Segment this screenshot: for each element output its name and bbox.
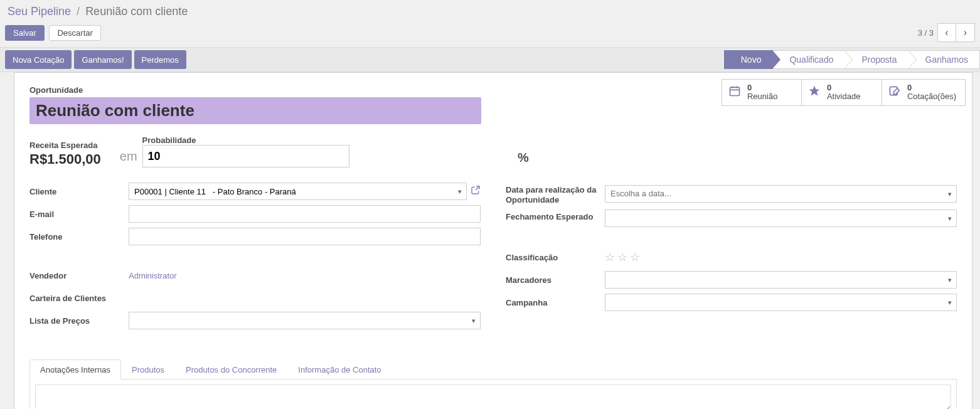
star-3[interactable]: ☆ (630, 250, 640, 264)
campaign-label: Campanha (506, 298, 605, 307)
campaign-field: Campanha ▾ (506, 294, 957, 311)
client-label: Cliente (29, 187, 129, 196)
form-wrap: 0 Reunião 0 Atividade 0 Cota (0, 72, 980, 409)
expected-revenue-value: R$1.500,00 (29, 151, 101, 167)
phone-label: Telefone (29, 232, 129, 242)
chevron-left-icon: ‹ (945, 27, 948, 38)
discard-button[interactable]: Descartar (49, 25, 100, 41)
stat-quote-count: 0 (907, 83, 956, 92)
stat-meeting-text: 0 Reunião (747, 83, 777, 102)
actions-row: Salvar Descartar 3 / 3 ‹ › (5, 23, 975, 42)
stat-meeting-button[interactable]: 0 Reunião (722, 79, 802, 106)
expected-revenue-label: Receita Esperada (29, 141, 101, 150)
breadcrumb: Seu Pipeline / Reunião com cliente (5, 3, 975, 23)
email-input[interactable] (129, 205, 481, 223)
expected-close-label: Fechamento Esperado (506, 210, 605, 222)
stage-pipeline: Novo Qualificado Proposta Ganhamos (724, 50, 980, 69)
opportunity-date-input[interactable] (605, 185, 957, 203)
mark-lost-button[interactable]: Perdemos (134, 50, 186, 69)
percent-label: % (518, 151, 529, 165)
status-bar: Nova Cotação Ganhamos! Perdemos Novo Qua… (0, 47, 980, 72)
stat-activity-label: Atividade (827, 92, 860, 101)
stage-qualificado[interactable]: Qualificado (773, 50, 845, 69)
portfolio-label: Carteira de Clientes (29, 294, 129, 303)
tags-label: Marcadores (506, 275, 605, 285)
opportunity-date-label: Data para realização da Oportunidade (506, 183, 605, 204)
opportunity-title-input[interactable] (29, 97, 481, 124)
salesperson-link[interactable]: Administrator (129, 271, 177, 280)
chevron-right-icon: › (964, 27, 967, 38)
tab-bar: Anotações Internas Produtos Produtos do … (29, 359, 957, 380)
portfolio-field: Carteira de Clientes (29, 289, 481, 307)
revenue-in-label: em (120, 149, 137, 164)
pager-next-button[interactable]: › (956, 23, 975, 42)
pager-text: 3 / 3 (918, 28, 934, 38)
rating-label: Classificação (506, 253, 605, 262)
phone-input[interactable] (129, 228, 481, 245)
header-bar: Seu Pipeline / Reunião com cliente Salva… (0, 0, 980, 47)
status-buttons-left: Nova Cotação Ganhamos! Perdemos (5, 50, 186, 69)
pricelist-label: Lista de Preços (29, 316, 129, 326)
stat-quote-label: Cotação(ões) (907, 92, 956, 101)
breadcrumb-root-link[interactable]: Seu Pipeline (8, 5, 71, 18)
pricelist-field: Lista de Preços ▾ (29, 312, 481, 329)
stage-proposta[interactable]: Proposta (845, 50, 908, 69)
expected-revenue-block: Receita Esperada R$1.500,00 (29, 141, 101, 167)
stat-activity-text: 0 Atividade (827, 83, 860, 102)
stage-ganhamos[interactable]: Ganhamos (909, 50, 980, 69)
expected-close-input[interactable] (605, 210, 957, 227)
tab-pane-internal-notes (29, 380, 957, 409)
right-column: Data para realização da Oportunidade ▾ F… (506, 183, 957, 334)
stat-buttons: 0 Reunião 0 Atividade 0 Cota (722, 79, 966, 106)
star-1[interactable]: ☆ (605, 250, 615, 264)
save-button[interactable]: Salvar (5, 25, 45, 41)
tags-select[interactable] (605, 271, 957, 289)
mark-won-button[interactable]: Ganhamos! (74, 50, 131, 69)
left-column: Cliente ▾ E-mail (29, 183, 481, 334)
salesperson-label: Vendedor (29, 271, 129, 280)
svg-rect-0 (730, 87, 739, 95)
left-actions: Salvar Descartar (5, 25, 104, 41)
email-field: E-mail (29, 205, 481, 223)
probability-label: Probabilidade (142, 135, 513, 145)
opportunity-date-field: Data para realização da Oportunidade ▾ (506, 183, 957, 204)
pager: 3 / 3 ‹ › (918, 23, 975, 42)
revenue-row: Receita Esperada R$1.500,00 em Probabili… (29, 135, 957, 167)
stat-activity-count: 0 (827, 83, 860, 92)
edit-icon (887, 85, 902, 100)
tab-contact-info[interactable]: Informação de Contato (287, 359, 391, 380)
probability-input[interactable] (142, 145, 349, 167)
tags-field: Marcadores ▾ (506, 271, 957, 289)
tab-products[interactable]: Produtos (121, 359, 175, 380)
tab-competitor-products[interactable]: Produtos do Concorrente (175, 359, 287, 380)
star-icon (807, 85, 822, 100)
pricelist-select[interactable] (129, 312, 481, 329)
expected-close-field: Fechamento Esperado ▾ (506, 210, 957, 227)
rating-field: Classificação ☆ ☆ ☆ (506, 248, 957, 266)
stage-novo[interactable]: Novo (724, 50, 774, 69)
email-label: E-mail (29, 210, 129, 219)
star-2[interactable]: ☆ (617, 250, 627, 264)
salesperson-field: Vendedor Administrator (29, 267, 481, 284)
client-field: Cliente ▾ (29, 183, 481, 200)
breadcrumb-separator: / (77, 5, 80, 18)
stat-meeting-label: Reunião (747, 92, 777, 101)
external-link-icon[interactable] (471, 185, 481, 198)
svg-marker-4 (809, 85, 820, 95)
calendar-icon (727, 85, 742, 100)
client-select[interactable] (129, 183, 467, 200)
stat-quote-text: 0 Cotação(ões) (907, 83, 956, 102)
priority-stars: ☆ ☆ ☆ (605, 250, 640, 264)
campaign-select[interactable] (605, 294, 957, 311)
pager-prev-button[interactable]: ‹ (937, 23, 956, 42)
stat-activity-button[interactable]: 0 Atividade (802, 79, 882, 106)
breadcrumb-active: Reunião com cliente (85, 5, 188, 18)
tabs: Anotações Internas Produtos Produtos do … (29, 359, 957, 409)
new-quotation-button[interactable]: Nova Cotação (5, 50, 72, 69)
stat-quote-button[interactable]: 0 Cotação(ões) (882, 79, 966, 106)
stat-meeting-count: 0 (747, 83, 777, 92)
form-sheet: 0 Reunião 0 Atividade 0 Cota (14, 72, 972, 409)
fields-two-col: Cliente ▾ E-mail (29, 183, 957, 334)
tab-internal-notes[interactable]: Anotações Internas (29, 359, 121, 380)
internal-notes-textarea[interactable] (35, 385, 951, 409)
